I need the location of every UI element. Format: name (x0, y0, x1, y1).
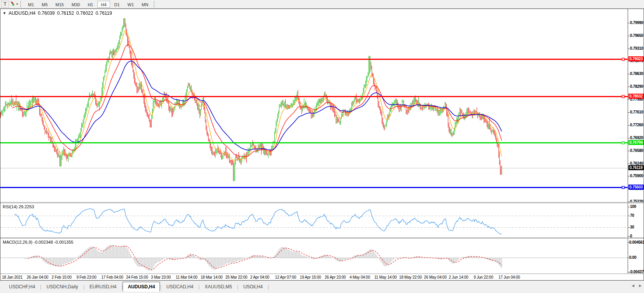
rsi-axis-tick (628, 236, 630, 237)
tab-scroll-left-icon[interactable]: ◀ (632, 284, 634, 288)
price-axis-tick (628, 49, 630, 49)
rsi-axis-label: 30 (630, 225, 634, 229)
time-axis-label: 26 May 04:00 (424, 275, 447, 279)
time-axis: 18 Jan 202126 Jan 04:002 Feb 15:009 Feb … (0, 274, 644, 280)
price-line-badge: 0.75603 (628, 185, 644, 190)
tab-scroll-arrows: ◀ ▶ (632, 284, 642, 288)
price-axis-tick (628, 112, 630, 113)
rsi-axis-tick (628, 207, 630, 207)
toolbar-grip[interactable] (20, 1, 23, 7)
symbol-dropdown-icon[interactable]: ▼ (3, 11, 6, 15)
macd-pane-canvas[interactable] (0, 239, 628, 274)
price-axis-label: 0.75900 (630, 174, 643, 178)
chart-tab-eurusd-h4[interactable]: EURUSD,H4 (84, 282, 121, 291)
time-axis-label: 18 May 22:00 (399, 275, 422, 279)
time-axis-label: 2 Jun 14:00 (449, 275, 468, 279)
timeframe-button-group: M1M5M15M30H1H4D1W1MN (24, 0, 152, 9)
time-axis-label: 26 Jan 04:00 (27, 275, 48, 279)
time-axis-label: 18 Mar 14:00 (200, 275, 223, 279)
timeframe-button-m1[interactable]: M1 (25, 1, 37, 8)
time-axis-label: 17 Feb 04:00 (101, 275, 123, 279)
time-axis-label: 2 Apr 04:00 (250, 275, 269, 279)
time-axis-label: 18 Jan 2021 (2, 275, 23, 279)
timeframe-button-m5[interactable]: M5 (38, 1, 51, 8)
price-axis-label: 0.77610 (630, 110, 643, 114)
pane-separator-macd-time (0, 274, 644, 274)
chart-ohlc-title: ▼ AUDUSD,H4 0.76039 0.76152 0.76022 0.76… (3, 10, 112, 16)
time-axis-label: 2 Feb 15:00 (52, 275, 72, 279)
price-axis-label: 0.79310 (630, 46, 643, 51)
price-axis-tick (628, 74, 630, 74)
time-axis-label: 9 Jun 22:00 (474, 275, 493, 279)
price-axis-tick (628, 99, 630, 100)
rsi-pane-canvas[interactable] (0, 203, 628, 237)
price-axis-label: 0.76240 (630, 161, 643, 166)
price-axis-column[interactable]: 0.799900.796500.793100.789700.786300.782… (628, 9, 644, 274)
time-axis-label: 25 Mar 22:00 (225, 275, 247, 279)
pane-separator-main-rsi[interactable] (0, 202, 644, 203)
chart-tab-xauusd-m5[interactable]: XAUUSD,M5 (200, 282, 237, 291)
chart-high-value: 0.76152 (57, 10, 74, 16)
tab-scroll-right-icon[interactable]: ▶ (639, 284, 642, 288)
chart-window: ▼ AUDUSD,H4 0.76039 0.76152 0.76022 0.76… (0, 9, 644, 281)
price-axis-tick (628, 125, 630, 126)
timeframe-button-w1[interactable]: W1 (124, 1, 138, 8)
macd-indicator-label: MACD(12,26,9) -0.002348 -0.001355 (3, 240, 74, 244)
price-axis-label: 0.76920 (630, 136, 643, 140)
price-axis-tick (628, 87, 630, 87)
tab-divider: | (268, 284, 269, 291)
timeframe-button-m15[interactable]: M15 (52, 1, 67, 8)
pane-separator-rsi-macd[interactable] (0, 237, 644, 239)
timeframe-button-mn[interactable]: MN (138, 1, 152, 8)
rsi-axis-label: 100 (630, 204, 636, 209)
time-axis-label: 11 Mar 04:00 (176, 275, 198, 279)
chart-tab-bar: USDCHF,H4|USDCNH,Daily|EURUSD,H4|AUDUSD,… (0, 281, 644, 291)
macd-axis-label: 0.00 (629, 255, 636, 260)
time-axis-label: 3 Mar 23:00 (151, 275, 171, 279)
price-axis-label: 0.78630 (630, 72, 643, 76)
timeframe-button-h1[interactable]: H1 (84, 1, 97, 8)
rsi-indicator-label: RSI(14) 29.2253 (3, 204, 34, 209)
double-arrow-icon (10, 1, 16, 7)
rsi-axis-label: 70 (630, 213, 634, 218)
price-axis-label: 0.77260 (630, 123, 643, 127)
chart-tab-audusd-h4[interactable]: AUDUSD,H4 (123, 282, 160, 291)
price-axis-tick (628, 176, 630, 176)
chart-symbol: AUDUSD,H4 (9, 10, 35, 16)
top-toolbar: T ▾ M1M5M15M30H1H4D1W1MN (0, 0, 644, 9)
chart-open-value: 0.76039 (38, 10, 54, 16)
price-axis-label: 0.79990 (630, 21, 643, 25)
timeframe-button-d1[interactable]: D1 (111, 1, 123, 8)
rsi-axis-tick (628, 227, 630, 228)
text-tool-icon: T (4, 2, 6, 7)
chevron-down-icon: ▾ (16, 2, 18, 6)
price-line-badge: 0.79023 (628, 56, 644, 61)
price-axis-label: 0.78290 (630, 84, 643, 89)
chart-close-value: 0.76119 (95, 10, 112, 16)
text-label-tool-button[interactable]: T (1, 1, 9, 8)
toolbar-grip-end[interactable] (154, 1, 156, 7)
chart-tab-usdcad-h4[interactable]: USDCAD,H4 (161, 282, 198, 291)
price-axis-label: 0.76580 (630, 148, 643, 153)
chart-tab-usoil-h4[interactable]: USOil,H4 (238, 282, 268, 291)
price-axis-tick (628, 23, 630, 23)
price-line-badge: 0.78032 (628, 94, 644, 99)
time-axis-label: 11 May 14:00 (374, 275, 397, 279)
price-axis-tick (628, 138, 630, 138)
chart-tab-usdchf-h4[interactable]: USDCHF,H4 (4, 282, 40, 291)
timeframe-button-m30[interactable]: M30 (68, 1, 83, 8)
chart-tab-usdcnh-daily[interactable]: USDCNH,Daily (41, 282, 83, 291)
time-axis-label: 19 Apr 15:00 (300, 275, 321, 279)
time-axis-label: 17 Jun 04:00 (498, 275, 520, 279)
price-axis-tick (628, 164, 630, 164)
time-axis-label: 26 Apr 23:00 (325, 275, 346, 279)
price-axis-tick (628, 36, 630, 36)
price-line-badge: 0.76119 (628, 165, 644, 170)
arrows-tool-button[interactable]: ▾ (10, 1, 18, 8)
timeframe-button-h4[interactable]: H4 (97, 1, 110, 8)
rsi-axis-tick (628, 216, 630, 216)
time-axis-label: 24 Feb 15:00 (126, 275, 148, 279)
macd-axis-label: 0.004561 (629, 240, 644, 244)
price-chart-canvas[interactable] (0, 9, 628, 202)
price-axis-tick (628, 151, 630, 151)
